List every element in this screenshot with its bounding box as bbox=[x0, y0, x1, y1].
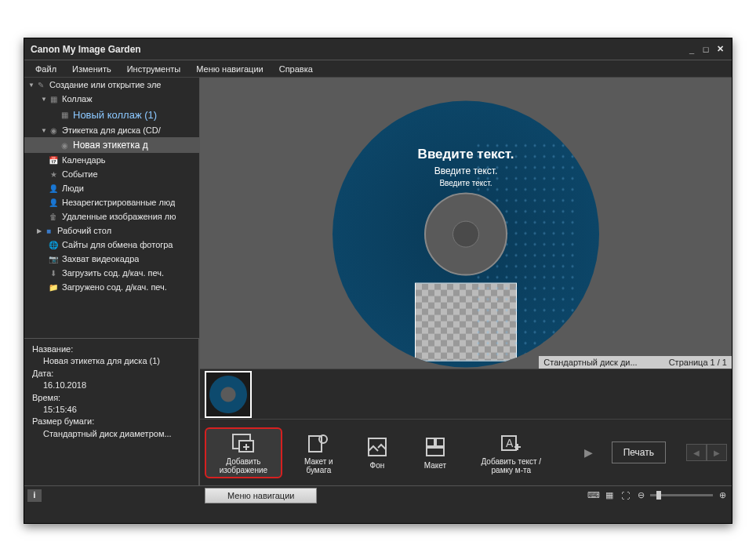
status-label: Стандартный диск ди... Страница 1 / 1 bbox=[539, 356, 732, 369]
menu-nav[interactable]: Меню навигации bbox=[188, 62, 271, 76]
svg-rect-5 bbox=[427, 438, 434, 446]
layout-icon bbox=[423, 434, 448, 460]
page-nav: ◀ ▶ bbox=[686, 444, 727, 461]
page-thumbnail[interactable] bbox=[205, 371, 252, 418]
info-time-label: Время: bbox=[32, 392, 191, 404]
tool-label: Добавить изображение bbox=[209, 457, 278, 475]
print-button[interactable]: Печать bbox=[612, 442, 666, 463]
folder-icon: 📁 bbox=[48, 282, 59, 293]
tool-label: Фон bbox=[370, 461, 385, 471]
layout-paper-icon bbox=[306, 431, 331, 456]
background-button[interactable]: Фон bbox=[355, 434, 399, 471]
video-icon: 📷 bbox=[48, 253, 59, 264]
disc-icon: ◉ bbox=[59, 140, 70, 151]
trash-icon: 🗑 bbox=[48, 211, 59, 222]
canvas-area: Введите текст. Введите текст. Введите те… bbox=[200, 78, 732, 485]
fit-icon[interactable]: ⛶ bbox=[619, 490, 631, 501]
zoom-in-icon[interactable]: ⊕ bbox=[716, 490, 729, 501]
people-icon: 👤 bbox=[48, 197, 59, 208]
disc-preview[interactable]: Введите текст. Введите текст. Введите те… bbox=[333, 100, 599, 367]
info-name-value: Новая этикетка для диска (1) bbox=[32, 355, 191, 367]
tree-photo-sites[interactable]: 🌐Сайты для обмена фотогра bbox=[24, 238, 199, 252]
menu-file[interactable]: Файл bbox=[27, 62, 64, 76]
desktop-icon: ■ bbox=[43, 225, 54, 236]
tree-capture[interactable]: 📷Захват видеокадра bbox=[24, 252, 199, 266]
info-panel: Название: Новая этикетка для диска (1) Д… bbox=[24, 338, 199, 485]
add-text-button[interactable]: A Добавить текст /рамку м-та bbox=[471, 431, 551, 475]
close-button[interactable]: ✕ bbox=[714, 44, 725, 54]
app-window: Canon My Image Garden _ □ ✕ Файл Изменит… bbox=[24, 38, 732, 524]
tree-disc-label[interactable]: ▼◉Этикетка для диска (CD/ bbox=[24, 123, 199, 137]
toolbar: Добавить изображение Макет и бумага Фон … bbox=[200, 420, 732, 485]
grid-icon[interactable]: ▦ bbox=[603, 490, 616, 501]
tree-unregistered[interactable]: 👤Незарегистрированные люд bbox=[24, 195, 199, 209]
minimize-button[interactable]: _ bbox=[686, 44, 697, 54]
menubar: Файл Изменить Инструменты Меню навигации… bbox=[24, 60, 732, 78]
zoom-handle[interactable] bbox=[656, 491, 661, 500]
tool-label: Макет bbox=[424, 461, 446, 471]
info-time-value: 15:15:46 bbox=[32, 404, 191, 416]
info-paper-label: Размер бумаги: bbox=[32, 416, 191, 427]
svg-point-3 bbox=[319, 435, 327, 443]
edit-icon: ✎ bbox=[35, 79, 46, 90]
statusbar: i Меню навигации ⌨ ▦ ⛶ ⊖ ⊕ bbox=[24, 485, 732, 504]
titlebar: Canon My Image Garden _ □ ✕ bbox=[24, 38, 732, 60]
tree-collage[interactable]: ▼▦Коллаж bbox=[24, 92, 199, 106]
menu-edit[interactable]: Изменить bbox=[64, 62, 119, 76]
download-icon: ⬇ bbox=[48, 267, 59, 278]
info-date-value: 16.10.2018 bbox=[32, 380, 191, 391]
window-title: Canon My Image Garden bbox=[31, 44, 141, 55]
globe-icon: 🌐 bbox=[48, 239, 59, 250]
tree-calendar[interactable]: 📅Календарь bbox=[24, 153, 199, 167]
template-name: Стандартный диск ди... bbox=[543, 358, 637, 367]
menu-help[interactable]: Справка bbox=[271, 62, 321, 76]
tree-download[interactable]: ⬇Загрузить сод. д/кач. печ. bbox=[24, 266, 199, 280]
layout-button[interactable]: Макет bbox=[413, 434, 457, 471]
disc-line1[interactable]: Введите текст. bbox=[333, 146, 599, 162]
viewport[interactable]: Введите текст. Введите текст. Введите те… bbox=[200, 78, 732, 369]
info-button[interactable]: i bbox=[27, 489, 42, 502]
tree-people[interactable]: 👤Люди bbox=[24, 181, 199, 195]
tree-event[interactable]: ★Событие bbox=[24, 167, 199, 181]
disc-center-hole bbox=[424, 192, 507, 275]
add-text-icon: A bbox=[499, 431, 524, 456]
tool-label: Добавить текст /рамку м-та bbox=[471, 457, 551, 475]
collage-icon: ▦ bbox=[48, 93, 59, 104]
disc-line3[interactable]: Введите текст. bbox=[333, 178, 599, 187]
svg-rect-6 bbox=[436, 438, 444, 446]
keyboard-icon[interactable]: ⌨ bbox=[587, 490, 600, 501]
tree-downloaded[interactable]: 📁Загружено сод. д/кач. печ. bbox=[24, 280, 199, 294]
info-name-label: Название: bbox=[32, 343, 191, 355]
disc-icon: ◉ bbox=[48, 125, 59, 136]
info-date-label: Дата: bbox=[32, 368, 191, 380]
add-image-button[interactable]: Добавить изображение bbox=[205, 427, 282, 478]
background-icon bbox=[365, 434, 390, 460]
main-area: ▼✎Создание или открытие эле ▼▦Коллаж ▦Но… bbox=[24, 78, 732, 485]
tree-deleted[interactable]: 🗑Удаленные изображения лю bbox=[24, 209, 199, 223]
zoom-out-icon[interactable]: ⊖ bbox=[634, 490, 647, 501]
people-icon: 👤 bbox=[48, 183, 59, 194]
tree-new-collage[interactable]: ▦Новый коллаж (1) bbox=[24, 106, 199, 123]
calendar-icon: 📅 bbox=[48, 154, 59, 165]
zoom-controls: ⌨ ▦ ⛶ ⊖ ⊕ bbox=[587, 490, 729, 501]
tree-desktop[interactable]: ▶■Рабочий стол bbox=[24, 223, 199, 238]
page-indicator: Страница 1 / 1 bbox=[669, 358, 727, 367]
zoom-slider[interactable] bbox=[650, 494, 713, 496]
page-next-button[interactable]: ▶ bbox=[707, 444, 727, 461]
disc-text[interactable]: Введите текст. Введите текст. Введите те… bbox=[333, 146, 599, 187]
add-image-icon bbox=[231, 431, 256, 456]
thumb-disc-icon bbox=[209, 376, 247, 413]
layout-paper-button[interactable]: Макет и бумага bbox=[296, 431, 341, 475]
menu-tools[interactable]: Инструменты bbox=[119, 62, 189, 76]
sidebar: ▼✎Создание или открытие эле ▼▦Коллаж ▦Но… bbox=[24, 78, 200, 485]
collage-icon: ▦ bbox=[59, 109, 70, 120]
disc-line2[interactable]: Введите текст. bbox=[333, 165, 599, 176]
tree-create[interactable]: ▼✎Создание или открытие эле bbox=[24, 78, 199, 92]
tree-new-disc-label[interactable]: ◉Новая этикетка д bbox=[24, 137, 199, 153]
nav-menu-button[interactable]: Меню навигации bbox=[205, 488, 317, 503]
page-prev-button[interactable]: ◀ bbox=[686, 444, 707, 461]
maximize-button[interactable]: □ bbox=[700, 44, 711, 54]
svg-rect-7 bbox=[427, 448, 444, 456]
toolbar-next-icon[interactable]: ▶ bbox=[580, 446, 598, 459]
image-placeholder[interactable] bbox=[415, 282, 517, 361]
